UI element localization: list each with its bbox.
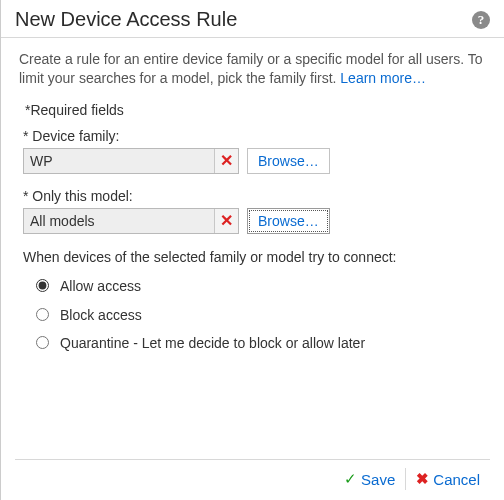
block-access-label[interactable]: Block access bbox=[60, 306, 142, 325]
device-family-group: * Device family: ✕ Browse… bbox=[23, 128, 486, 174]
cancel-button-label: Cancel bbox=[433, 471, 480, 488]
browse-only-model-button[interactable]: Browse… bbox=[247, 208, 330, 234]
only-model-input-wrap: ✕ bbox=[23, 208, 239, 234]
intro-text: Create a rule for an entire device famil… bbox=[19, 50, 486, 88]
save-button-label: Save bbox=[361, 471, 395, 488]
when-connect-label: When devices of the selected family or m… bbox=[23, 248, 443, 267]
device-family-input-wrap: ✕ bbox=[23, 148, 239, 174]
allow-access-radio[interactable] bbox=[36, 279, 49, 292]
allow-access-label[interactable]: Allow access bbox=[60, 277, 141, 296]
clear-only-model-icon[interactable]: ✕ bbox=[214, 209, 238, 233]
save-button[interactable]: ✓ Save bbox=[334, 468, 406, 490]
block-access-radio[interactable] bbox=[36, 308, 49, 321]
dialog-body: Create a rule for an entire device famil… bbox=[1, 38, 504, 353]
dialog-title: New Device Access Rule bbox=[15, 8, 237, 31]
quarantine-label[interactable]: Quarantine - Let me decide to block or a… bbox=[60, 334, 365, 353]
dialog-header: New Device Access Rule ? bbox=[1, 0, 504, 38]
clear-device-family-icon[interactable]: ✕ bbox=[214, 149, 238, 173]
browse-device-family-button[interactable]: Browse… bbox=[247, 148, 330, 174]
access-radio-group: Allow access Block access Quarantine - L… bbox=[31, 277, 486, 354]
quarantine-radio[interactable] bbox=[36, 336, 49, 349]
device-family-label: * Device family: bbox=[23, 128, 486, 144]
help-icon[interactable]: ? bbox=[472, 11, 490, 29]
only-model-label: * Only this model: bbox=[23, 188, 486, 204]
required-fields-label: *Required fields bbox=[25, 102, 486, 118]
cancel-button[interactable]: ✖ Cancel bbox=[406, 468, 490, 490]
cross-icon: ✖ bbox=[416, 470, 429, 488]
only-model-input[interactable] bbox=[24, 209, 214, 233]
check-icon: ✓ bbox=[344, 470, 357, 488]
only-model-group: * Only this model: ✕ Browse… bbox=[23, 188, 486, 234]
dialog-footer: ✓ Save ✖ Cancel bbox=[15, 459, 490, 490]
device-family-input[interactable] bbox=[24, 149, 214, 173]
learn-more-link[interactable]: Learn more… bbox=[340, 70, 426, 86]
